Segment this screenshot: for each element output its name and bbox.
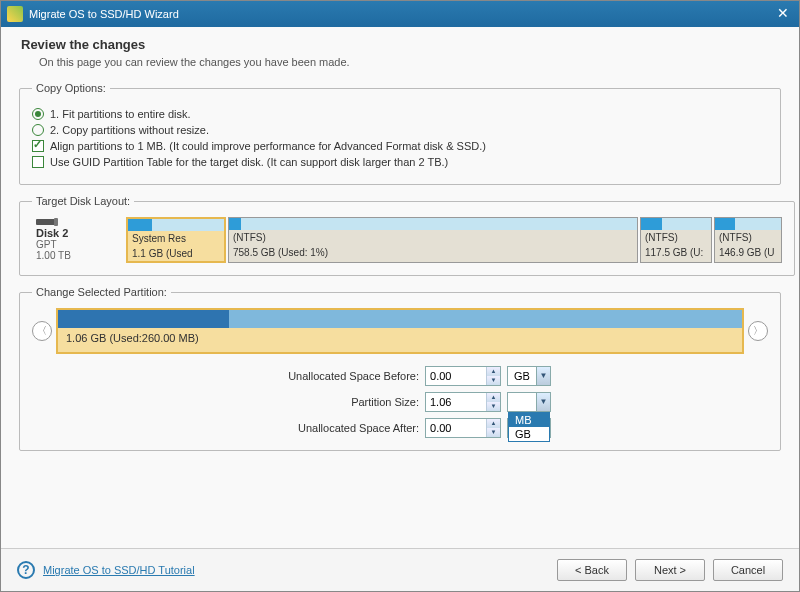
- content: Copy Options: 1. Fit partitions to entir…: [1, 82, 799, 548]
- checkbox-guid-table[interactable]: Use GUID Partition Table for the target …: [32, 156, 768, 168]
- header: Review the changes On this page you can …: [1, 27, 799, 82]
- unalloc-before-unit[interactable]: GB▼: [507, 366, 551, 386]
- unit-option-mb[interactable]: MB: [509, 413, 549, 427]
- unalloc-after-label: Unallocated Space After:: [249, 422, 419, 434]
- page-title: Review the changes: [21, 37, 779, 52]
- unalloc-before-input[interactable]: ▲▼: [425, 366, 501, 386]
- partition-bar: System Res1.1 GB (Used(NTFS)758.5 GB (Us…: [126, 217, 782, 263]
- partition-size-input[interactable]: ▲▼: [425, 392, 501, 412]
- checkbox-align-partitions[interactable]: Align partitions to 1 MB. (It could impr…: [32, 140, 768, 152]
- checkbox-icon: [32, 156, 44, 168]
- partition[interactable]: (NTFS)758.5 GB (Used: 1%): [228, 217, 638, 263]
- close-icon[interactable]: ✕: [773, 4, 793, 24]
- disk-layout: Disk 2 GPT 1.00 TB System Res1.1 GB (Use…: [32, 217, 782, 263]
- radio-fit-partitions[interactable]: 1. Fit partitions to entire disk.: [32, 108, 768, 120]
- spin-up-icon[interactable]: ▲: [487, 367, 500, 376]
- radio-icon: [32, 108, 44, 120]
- chevron-down-icon: ▼: [536, 367, 550, 385]
- target-disk-layout-group: Target Disk Layout: Disk 2 GPT 1.00 TB S…: [19, 195, 795, 276]
- next-button[interactable]: Next >: [635, 559, 705, 581]
- partition-size-unit[interactable]: ▼ MB GB: [507, 392, 551, 412]
- chevron-down-icon: ▼: [536, 393, 550, 411]
- change-partition-group: Change Selected Partition: 〈 1.06 GB (Us…: [19, 286, 781, 451]
- checkbox-icon: [32, 140, 44, 152]
- copy-options-legend: Copy Options:: [32, 82, 110, 94]
- copy-options-group: Copy Options: 1. Fit partitions to entir…: [19, 82, 781, 185]
- unit-option-gb[interactable]: GB: [509, 427, 549, 441]
- next-partition-button[interactable]: 〉: [748, 321, 768, 341]
- spin-down-icon[interactable]: ▼: [487, 402, 500, 411]
- disk-icon: [36, 219, 56, 225]
- back-button[interactable]: < Back: [557, 559, 627, 581]
- spin-down-icon[interactable]: ▼: [487, 428, 500, 437]
- unit-dropdown-menu: MB GB: [508, 412, 550, 442]
- partition-size-label: Partition Size:: [249, 396, 419, 408]
- selected-partition[interactable]: 1.06 GB (Used:260.00 MB): [56, 308, 744, 354]
- unalloc-after-input[interactable]: ▲▼: [425, 418, 501, 438]
- radio-copy-without-resize[interactable]: 2. Copy partitions without resize.: [32, 124, 768, 136]
- cancel-button[interactable]: Cancel: [713, 559, 783, 581]
- wizard-window: Migrate OS to SSD/HD Wizard ✕ Review the…: [0, 0, 800, 592]
- footer: ? Migrate OS to SSD/HD Tutorial < Back N…: [1, 548, 799, 591]
- spin-up-icon[interactable]: ▲: [487, 393, 500, 402]
- size-form: Unallocated Space Before: ▲▼ GB▼ Partiti…: [32, 366, 768, 438]
- layout-legend: Target Disk Layout:: [32, 195, 134, 207]
- disk-info: Disk 2 GPT 1.00 TB: [32, 217, 122, 263]
- tutorial-link[interactable]: Migrate OS to SSD/HD Tutorial: [43, 564, 195, 576]
- spin-up-icon[interactable]: ▲: [487, 419, 500, 428]
- page-subtitle: On this page you can review the changes …: [39, 56, 779, 68]
- window-title: Migrate OS to SSD/HD Wizard: [29, 8, 773, 20]
- change-row: 〈 1.06 GB (Used:260.00 MB) 〉: [32, 308, 768, 354]
- prev-partition-button[interactable]: 〈: [32, 321, 52, 341]
- help-icon[interactable]: ?: [17, 561, 35, 579]
- change-legend: Change Selected Partition:: [32, 286, 171, 298]
- app-icon: [7, 6, 23, 22]
- spin-down-icon[interactable]: ▼: [487, 376, 500, 385]
- partition[interactable]: (NTFS)117.5 GB (U:: [640, 217, 712, 263]
- partition[interactable]: (NTFS)146.9 GB (U: [714, 217, 782, 263]
- partition[interactable]: System Res1.1 GB (Used: [126, 217, 226, 263]
- radio-icon: [32, 124, 44, 136]
- unalloc-before-label: Unallocated Space Before:: [249, 370, 419, 382]
- titlebar: Migrate OS to SSD/HD Wizard ✕: [1, 1, 799, 27]
